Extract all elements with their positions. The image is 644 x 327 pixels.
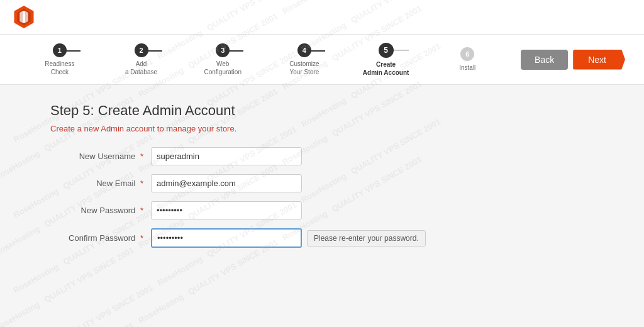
email-label: New Email * <box>50 179 151 188</box>
step-3: 3 Web Configuration <box>182 43 264 76</box>
step-1: 1 Readiness Check <box>19 43 101 76</box>
next-button[interactable]: Next <box>573 50 625 70</box>
password-input[interactable] <box>151 201 302 219</box>
field-password: New Password * <box>50 201 594 219</box>
back-button[interactable]: Back <box>521 50 568 70</box>
step-6-label: Install <box>459 64 475 72</box>
username-input[interactable] <box>151 147 302 165</box>
confirm-password-label: Confirm Password * <box>50 233 151 243</box>
required-star: * <box>140 152 143 161</box>
required-star-confirm: * <box>140 233 143 243</box>
main-content: Step 5: Create Admin Account Create a ne… <box>0 85 644 274</box>
svg-marker-4 <box>25 11 28 23</box>
step-title: Step 5: Create Admin Account <box>50 103 594 119</box>
step-2: 2 Add a Database <box>101 43 182 76</box>
step-4-label: Customize Your Store <box>289 60 319 76</box>
step-5: 5 Create Admin Account <box>345 43 427 77</box>
field-username: New Username * <box>50 147 594 165</box>
step-6-circle: 6 <box>460 47 474 61</box>
field-email: New Email * <box>50 174 594 192</box>
field-confirm-password: Confirm Password * Please re-enter your … <box>50 228 594 248</box>
step-5-label: Create Admin Account <box>363 60 409 77</box>
required-star-email: * <box>140 179 143 188</box>
step-6: 6 Install <box>426 47 508 72</box>
step-3-circle: 3 <box>216 43 230 57</box>
step-3-label: Web Configuration <box>204 60 241 76</box>
step-description: Create a new Admin account to manage you… <box>50 124 594 133</box>
email-input[interactable] <box>151 174 302 192</box>
magento-logo <box>13 6 35 28</box>
step-1-circle: 1 <box>53 43 67 57</box>
step-1-label: Readiness Check <box>45 60 74 76</box>
step-4-circle: 4 <box>297 43 311 57</box>
confirm-password-input[interactable] <box>151 228 302 248</box>
step-2-label: Add a Database <box>125 60 157 76</box>
step-2-circle: 2 <box>135 43 148 57</box>
svg-rect-2 <box>23 11 26 23</box>
stepper-bar: 1 Readiness Check 2 Add a Database 3 Web… <box>0 35 644 85</box>
header <box>0 0 644 35</box>
required-star-password: * <box>140 206 143 215</box>
step-4: 4 Customize Your Store <box>264 43 345 76</box>
username-label: New Username * <box>50 152 151 161</box>
step-5-circle: 5 <box>379 43 394 58</box>
svg-marker-3 <box>19 11 22 23</box>
stepper: 1 Readiness Check 2 Add a Database 3 Web… <box>19 43 508 77</box>
password-label: New Password * <box>50 206 151 215</box>
password-tooltip: Please re-enter your password. <box>307 230 426 247</box>
stepper-nav: Back Next <box>521 50 625 70</box>
